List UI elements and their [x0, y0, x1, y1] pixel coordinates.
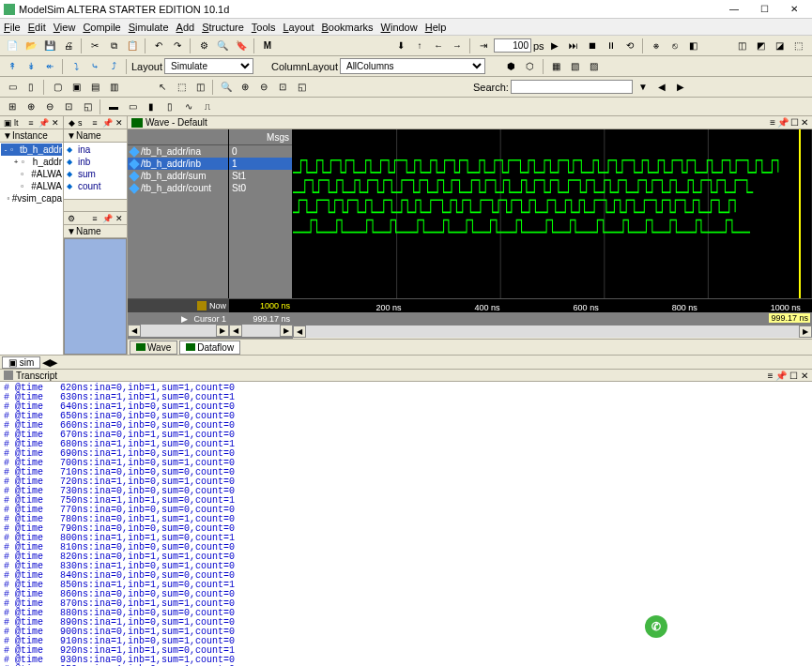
processes-col-header[interactable]: ▼Name: [64, 225, 127, 238]
zoomreg-icon[interactable]: ◱: [79, 98, 96, 115]
menu-tools[interactable]: Tools: [252, 22, 276, 33]
obj-menu-icon[interactable]: ≡: [89, 117, 100, 129]
arrow-right-icon[interactable]: →: [449, 38, 466, 54]
obj-tab-icon[interactable]: ◆: [66, 117, 77, 129]
find-icon[interactable]: 🔍: [214, 38, 231, 54]
runtime-input[interactable]: [494, 38, 531, 53]
wave-menu-icon[interactable]: ≡: [770, 117, 775, 128]
obj-row[interactable]: ◆ina: [65, 144, 126, 156]
nav-down-icon[interactable]: ↡: [23, 58, 39, 75]
tree-row[interactable]: ▫#ALWA: [1, 180, 62, 192]
m-icon[interactable]: M: [259, 38, 276, 54]
wave-scroll-left[interactable]: ◀: [293, 325, 306, 338]
wave-d-icon[interactable]: ⬚: [790, 38, 807, 54]
save-icon[interactable]: 💾: [41, 38, 58, 54]
runall-icon[interactable]: ⏭: [565, 38, 582, 54]
paste-icon[interactable]: 📋: [124, 38, 141, 54]
menu-layout[interactable]: Layout: [283, 22, 314, 33]
cont-c-icon[interactable]: ▢: [49, 79, 66, 96]
wave-time-ruler[interactable]: 999.17 ns 200 ns400 ns600 ns800 ns1000 n…: [293, 299, 812, 325]
menu-window[interactable]: Window: [381, 22, 418, 33]
undo-icon[interactable]: ↶: [150, 38, 167, 54]
wave-cursor-value[interactable]: 999.17 ns: [229, 312, 293, 325]
obj-row[interactable]: ◆inb: [65, 156, 126, 168]
maximize-button[interactable]: ☐: [750, 1, 778, 18]
menu-structure[interactable]: Structure: [202, 22, 244, 33]
panel-close-icon[interactable]: ✕: [50, 117, 61, 129]
proc-tab-icon[interactable]: ⚙: [66, 213, 77, 224]
signal-name[interactable]: /tb_h_addr/ina: [128, 145, 228, 158]
arrow-left-icon[interactable]: ←: [430, 38, 447, 54]
wave-close-icon[interactable]: ✕: [801, 117, 808, 128]
group-c-icon[interactable]: ▦: [548, 58, 565, 75]
zoom-b-icon[interactable]: ⊕: [237, 79, 253, 96]
names-scroll-right[interactable]: ▶: [216, 325, 229, 337]
tree-row[interactable]: ▫#ALWA: [1, 168, 62, 180]
zoom-e-icon[interactable]: ◱: [293, 79, 310, 96]
obj-pin-icon[interactable]: 📌: [101, 117, 113, 129]
tree-row[interactable]: -▫tb_h_addr: [1, 144, 62, 156]
sim-tab-nav[interactable]: ◀▶: [42, 356, 57, 369]
select-b-icon[interactable]: ◫: [192, 79, 208, 96]
menu-bookmarks[interactable]: Bookmarks: [322, 22, 374, 33]
transcript[interactable]: # @time 620ns:ina=0,inb=1,sum=1,count=0#…: [0, 382, 812, 666]
zoomfull-icon[interactable]: ⊞: [4, 98, 21, 115]
nav-left-icon[interactable]: ↞: [41, 58, 58, 75]
zoom-a-icon[interactable]: 🔍: [218, 79, 235, 96]
menu-compile[interactable]: Compile: [83, 22, 120, 33]
transcript-menu-icon[interactable]: ≡ 📌 ☐ ✕: [768, 371, 808, 381]
obj-close-icon[interactable]: ✕: [114, 117, 125, 129]
zoomout-icon[interactable]: ⊖: [41, 98, 58, 115]
layout-select[interactable]: Simulate: [164, 58, 253, 74]
fmt-d-icon[interactable]: ▯: [161, 98, 178, 115]
vals-scroll-right[interactable]: ▶: [280, 325, 293, 337]
menu-edit[interactable]: Edit: [28, 22, 46, 33]
run-icon[interactable]: ▶: [546, 38, 563, 54]
instance-col-header[interactable]: ▼Instance: [0, 129, 63, 143]
wave-cursor-label[interactable]: ▶Cursor 1: [128, 312, 229, 325]
group-a-icon[interactable]: ⬢: [503, 58, 520, 75]
tree-row[interactable]: +▫h_addr: [1, 156, 62, 168]
proc-menu-icon[interactable]: ≡: [89, 213, 100, 224]
cont-f-icon[interactable]: ▥: [105, 79, 122, 96]
names-scroll-left[interactable]: ◀: [128, 325, 141, 337]
proc-close-icon[interactable]: ✕: [114, 213, 125, 224]
minimize-button[interactable]: —: [720, 1, 748, 18]
panel-pin-icon[interactable]: 📌: [38, 117, 49, 129]
menu-view[interactable]: View: [54, 22, 76, 33]
step-icon[interactable]: ⇥: [475, 38, 492, 54]
nav-up-icon[interactable]: ↟: [4, 58, 21, 75]
restart-icon[interactable]: ⟲: [621, 38, 638, 54]
select-a-icon[interactable]: ⬚: [173, 79, 190, 96]
signal-name[interactable]: /tb_h_addr/sum: [128, 170, 228, 182]
panel-menu-icon[interactable]: ≡: [25, 117, 37, 129]
group-b-icon[interactable]: ⬡: [522, 58, 539, 75]
menu-add[interactable]: Add: [176, 22, 195, 33]
cont-d-icon[interactable]: ▣: [68, 79, 84, 96]
fmt-f-icon[interactable]: ⎍: [199, 98, 216, 115]
step-in-icon[interactable]: ⤷: [86, 58, 103, 75]
wave-plot[interactable]: [293, 129, 812, 298]
cont-e-icon[interactable]: ▤: [86, 79, 103, 96]
zoom-d-icon[interactable]: ⊡: [274, 79, 291, 96]
bookmark-icon[interactable]: 🔖: [233, 38, 250, 54]
obj-row[interactable]: ◆sum: [65, 168, 126, 180]
sim-tab[interactable]: ▣ sim: [2, 356, 40, 369]
objects-col-header[interactable]: ▼Name: [64, 129, 127, 143]
cont-a-icon[interactable]: ▭: [4, 79, 21, 96]
cont-b-icon[interactable]: ▯: [23, 79, 39, 96]
menu-simulate[interactable]: Simulate: [129, 22, 169, 33]
fmt-b-icon[interactable]: ▭: [124, 98, 141, 115]
wave-scroll-right[interactable]: ▶: [799, 325, 812, 338]
zoomin-icon[interactable]: ⊕: [23, 98, 39, 115]
proc-pin-icon[interactable]: 📌: [101, 213, 113, 224]
cut-icon[interactable]: ✂: [86, 38, 103, 54]
search-next-icon[interactable]: ▶: [672, 79, 689, 96]
tool-a-icon[interactable]: ⎈: [648, 38, 665, 54]
step-over-icon[interactable]: ⤵: [68, 58, 84, 75]
menu-file[interactable]: File: [4, 22, 21, 33]
pointer-icon[interactable]: ↖: [154, 79, 171, 96]
group-d-icon[interactable]: ▧: [567, 58, 584, 75]
search-input[interactable]: [511, 80, 633, 94]
tab-wave[interactable]: Wave: [130, 341, 177, 355]
